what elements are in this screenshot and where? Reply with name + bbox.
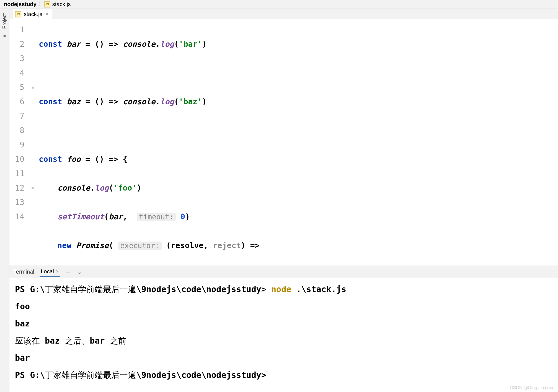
terminal-tab-local[interactable]: Local ✕ xyxy=(40,267,60,277)
term-output: baz xyxy=(15,315,552,332)
op: = xyxy=(81,40,95,49)
code-editor[interactable]: 1234567891011121314 ⊟ ⊡ const bar = () =… xyxy=(9,19,558,266)
punc: () xyxy=(95,40,104,49)
breadcrumb-separator: 〉 xyxy=(38,1,44,8)
add-terminal-button[interactable]: ＋ xyxy=(64,268,72,276)
term-prompt: 丁家雄自学前端最后一遍 xyxy=(45,370,136,380)
term-prompt: PS G:\ xyxy=(15,284,45,294)
op: = xyxy=(81,97,95,106)
editor-tab-label: stack.js xyxy=(24,11,42,17)
terminal-tab-label: Local xyxy=(41,268,54,275)
fold-icon[interactable]: ⊟ xyxy=(29,80,37,95)
gutter-folding: ⊟ ⊡ xyxy=(29,19,37,266)
folder-icon: ■ xyxy=(3,34,6,39)
term-prompt: \9nodejs\code\nodejsstudy> xyxy=(136,370,266,380)
ident: bar xyxy=(67,40,81,49)
terminal-dropdown-button[interactable]: ⌄ xyxy=(76,268,83,276)
kw-new: new xyxy=(57,241,71,250)
number: 0 xyxy=(180,212,185,221)
punc: . xyxy=(155,97,160,106)
ident: console xyxy=(57,183,90,193)
js-file-icon: JS xyxy=(44,1,50,7)
ident: Promise xyxy=(76,241,109,250)
editor-tabs: JS stack.js ✕ xyxy=(9,9,558,19)
ident: log xyxy=(160,97,174,106)
ident: setTimeout xyxy=(57,212,104,221)
terminal-body[interactable]: PS G:\丁家雄自学前端最后一遍\9nodejs\code\nodejsstu… xyxy=(9,278,558,392)
kw-const: const xyxy=(39,155,62,164)
punc: { xyxy=(123,155,127,164)
ident: baz xyxy=(67,97,81,106)
op: = xyxy=(81,155,95,164)
punc: () xyxy=(95,155,104,164)
breadcrumb-project[interactable]: nodejsstudy xyxy=(3,1,38,7)
terminal-panel: Terminal: Local ✕ ＋ ⌄ PS G:\丁家雄自学前端最后一遍\… xyxy=(9,266,558,392)
watermark: CSDN @Ding Jiaxiong xyxy=(510,385,555,390)
op: => xyxy=(104,40,123,49)
term-command: node xyxy=(271,284,296,294)
term-output: foo xyxy=(15,298,552,315)
tool-window-bar-left: Project ■ xyxy=(0,9,9,392)
string: 'foo' xyxy=(113,183,137,193)
term-arg: .\stack.js xyxy=(296,284,346,294)
punc: () xyxy=(95,97,104,106)
op: => xyxy=(104,97,123,106)
term-prompt: \9nodejs\code\nodejsstudy> xyxy=(136,284,271,294)
js-file-icon: JS xyxy=(15,11,21,17)
op: => xyxy=(246,241,264,250)
breadcrumb: nodejsstudy 〉 JS stack.js xyxy=(0,0,558,9)
ident: bar xyxy=(109,212,123,221)
string: 'bar' xyxy=(179,40,202,49)
term-output: 应该在 baz 之后、bar 之前 xyxy=(15,332,552,349)
string: 'baz' xyxy=(179,97,202,106)
inlay-hint: executor: xyxy=(118,242,162,250)
close-icon[interactable]: ✕ xyxy=(45,12,49,17)
ident: log xyxy=(160,40,174,49)
ident: log xyxy=(95,183,109,193)
project-tool-button[interactable]: Project xyxy=(2,12,7,30)
punc: . xyxy=(155,40,160,49)
terminal-title: Terminal: xyxy=(13,269,36,275)
breadcrumb-file[interactable]: stack.js xyxy=(51,1,72,7)
ident: console xyxy=(123,97,155,106)
term-prompt: 丁家雄自学前端最后一遍 xyxy=(45,284,136,294)
terminal-tabs: Terminal: Local ✕ ＋ ⌄ xyxy=(9,266,558,278)
inlay-hint: timeout: xyxy=(137,213,176,221)
ident: console xyxy=(123,40,155,49)
op: => xyxy=(104,155,123,164)
punc: . xyxy=(90,183,95,193)
editor-area: JS stack.js ✕ 1234567891011121314 ⊟ ⊡ co… xyxy=(9,9,558,392)
term-prompt: PS G:\ xyxy=(15,370,45,380)
param: reject xyxy=(213,241,241,250)
main-split: Project ■ JS stack.js ✕ 1234567891011121… xyxy=(0,9,558,392)
param: resolve xyxy=(171,241,203,250)
term-output: bar xyxy=(15,349,552,367)
kw-const: const xyxy=(39,40,62,49)
editor-tab-stackjs[interactable]: JS stack.js ✕ xyxy=(12,9,52,19)
ident: foo xyxy=(67,155,81,164)
close-icon[interactable]: ✕ xyxy=(56,269,59,274)
gutter-line-numbers: 1234567891011121314 xyxy=(9,19,29,266)
kw-const: const xyxy=(39,97,62,106)
code-body[interactable]: const bar = () => console.log('bar') con… xyxy=(37,19,558,266)
fold-end-icon[interactable]: ⊡ xyxy=(29,181,37,195)
